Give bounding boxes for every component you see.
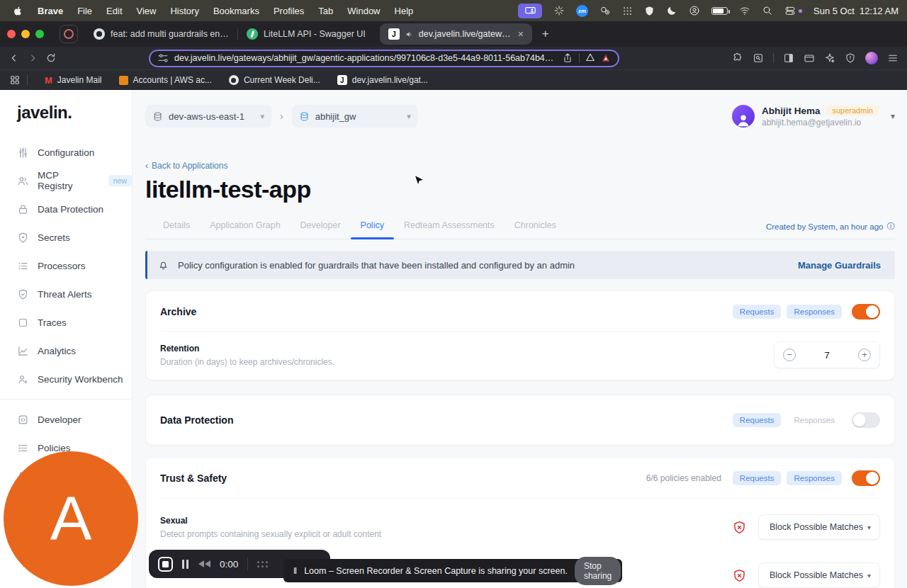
bookmark-javelin-dev[interactable]: Jdev.javelin.live/gat...	[337, 75, 428, 85]
sidebar-item-threat-alerts[interactable]: Threat Alerts	[0, 280, 132, 308]
share-icon[interactable]	[562, 52, 573, 64]
menu-bookmarks[interactable]: Bookmarks	[206, 6, 266, 16]
wifi-icon[interactable]	[739, 5, 750, 16]
back-to-applications-link[interactable]: ‹ Back to Applications	[145, 161, 895, 171]
pause-recording-button[interactable]	[182, 560, 188, 569]
stop-recording-button[interactable]	[158, 557, 173, 572]
bookmark-javelin-mail[interactable]: MJavelin Mail	[45, 75, 102, 86]
menu-view[interactable]: View	[130, 6, 164, 16]
bat-rewards-icon[interactable]	[585, 53, 595, 63]
sidebar-item-data-protection[interactable]: Data Protection	[0, 195, 132, 223]
battery-icon[interactable]	[711, 7, 728, 15]
menu-file[interactable]: File	[70, 6, 99, 16]
back-button[interactable]	[9, 52, 20, 64]
sidebar-item-configuration[interactable]: Configuration	[0, 138, 132, 166]
data-protection-toggle[interactable]	[852, 412, 880, 428]
bookmark-current-week[interactable]: Current Week Deli...	[229, 75, 320, 85]
browser-tab-3-active[interactable]: J dev.javelin.live/gateways/ab ×	[380, 23, 532, 45]
responses-badge[interactable]: Responses	[787, 413, 842, 427]
menu-help[interactable]: Help	[388, 6, 421, 16]
leo-ai-icon[interactable]	[824, 52, 835, 64]
privacy-shield-icon[interactable]	[845, 52, 856, 64]
responses-badge[interactable]: Responses	[787, 305, 842, 319]
manage-guardrails-button[interactable]: Manage Guardrails	[798, 260, 881, 271]
url-text[interactable]: dev.javelin.live/gateways/abhijit_gw/age…	[174, 53, 556, 63]
tab-policy[interactable]: Policy	[351, 220, 394, 239]
menu-window[interactable]: Window	[340, 6, 387, 16]
tab-redteam-assessments[interactable]: Redteam Assessments	[394, 220, 505, 239]
tab-developer[interactable]: Developer	[291, 220, 351, 239]
wallet-icon[interactable]	[804, 52, 815, 64]
divider	[579, 53, 580, 63]
launchpad-grid-icon[interactable]	[622, 6, 633, 16]
requests-badge[interactable]: Requests	[733, 413, 782, 427]
menu-brave[interactable]: Brave	[30, 6, 70, 16]
forward-button[interactable]	[27, 52, 38, 64]
decrement-button[interactable]: −	[783, 349, 796, 361]
browser-menu-icon[interactable]	[887, 52, 898, 64]
menu-profiles[interactable]: Profiles	[266, 6, 311, 16]
policy-action-dropdown[interactable]: Block Possible Matches ▾	[758, 562, 880, 588]
apps-grid-icon[interactable]	[10, 75, 20, 85]
menu-history[interactable]: History	[163, 6, 205, 16]
sidebar-item-security-workbench[interactable]: Security Workbench	[0, 365, 132, 393]
sidebar-item-analytics[interactable]: Analytics	[0, 337, 132, 365]
menu-tab[interactable]: Tab	[311, 6, 340, 16]
responses-badge[interactable]: Responses	[787, 471, 842, 485]
user-account-icon[interactable]	[689, 5, 700, 16]
site-settings-icon[interactable]	[157, 52, 169, 64]
app-status-icon[interactable]	[599, 5, 611, 16]
url-bar[interactable]: dev.javelin.live/gateways/abhijit_gw/age…	[149, 50, 619, 67]
menubar-clock[interactable]: Sun 5 Oct 12:12 AM	[813, 6, 898, 16]
browser-tab-2[interactable]: LiteLLM API - Swagger UI	[238, 23, 374, 45]
window-zoom-button[interactable]	[35, 30, 44, 38]
tab-chronicles[interactable]: Chronicles	[505, 220, 566, 239]
browser-tab-1[interactable]: feat: add multi guardrails endpoint	[85, 23, 237, 45]
loom-camera-bubble[interactable]: A	[4, 451, 138, 586]
trust-safety-toggle[interactable]	[852, 470, 880, 486]
tab-close-icon[interactable]: ×	[518, 28, 524, 40]
sidebar-item-processors[interactable]: Processors	[0, 251, 132, 280]
gateway-selector[interactable]: abhijit_gw ▾	[292, 105, 418, 128]
restart-recording-icon[interactable]	[198, 560, 210, 567]
screen-sharing-status-icon[interactable]	[518, 4, 542, 18]
banner-message: Policy configuration is enabled for guar…	[178, 260, 575, 271]
archive-toggle[interactable]	[852, 304, 880, 320]
policy-action-dropdown[interactable]: Block Possible Matches ▾	[758, 514, 880, 540]
hide-button[interactable]: Hide	[628, 566, 646, 576]
browser-profile-avatar[interactable]	[865, 52, 878, 64]
sidebar-toggle-icon[interactable]	[783, 52, 794, 64]
menu-edit[interactable]: Edit	[99, 6, 129, 16]
increment-button[interactable]: +	[858, 349, 871, 361]
sidebar-item-developer[interactable]: Developer	[0, 405, 132, 434]
focus-moon-icon[interactable]	[666, 5, 677, 16]
requests-badge[interactable]: Requests	[733, 305, 782, 319]
retention-value[interactable]: 7	[824, 350, 829, 361]
tab-audio-icon[interactable]	[405, 30, 413, 39]
stop-sharing-button[interactable]: Stop sharing	[575, 557, 621, 585]
record-indicator-icon[interactable]	[60, 25, 78, 43]
environment-selector[interactable]: dev-aws-us-east-1 ▾	[145, 105, 271, 128]
reload-button[interactable]	[45, 52, 57, 64]
requests-badge[interactable]: Requests	[733, 471, 782, 485]
user-menu[interactable]: Abhijit Hema superadmin abhijit.hema@get…	[732, 105, 895, 128]
window-close-button[interactable]	[7, 30, 16, 38]
brave-shield-status-icon[interactable]	[644, 6, 655, 16]
control-center-icon[interactable]	[784, 5, 802, 16]
sidebar-item-secrets[interactable]: Secrets	[0, 223, 132, 251]
brave-rewards-triangle-icon[interactable]	[601, 53, 611, 63]
window-minimize-button[interactable]	[21, 30, 30, 38]
tab-details[interactable]: Details	[153, 220, 200, 239]
sparkle-burst-icon[interactable]	[553, 5, 565, 16]
reading-mode-icon[interactable]	[753, 52, 764, 64]
apple-menu-icon[interactable]	[13, 6, 23, 16]
drag-handle[interactable]	[257, 561, 268, 567]
zoom-app-icon[interactable]: zm	[576, 5, 588, 17]
sidebar-item-traces[interactable]: Traces	[0, 308, 132, 337]
sidebar-item-mcp-registry[interactable]: MCP Registry new	[0, 166, 132, 195]
spotlight-search-icon[interactable]	[762, 5, 773, 16]
new-tab-button[interactable]: +	[542, 27, 549, 41]
bookmark-aws-accounts[interactable]: Accounts | AWS ac...	[119, 75, 212, 85]
extensions-icon[interactable]	[732, 52, 743, 64]
tab-application-graph[interactable]: Application Graph	[200, 220, 290, 239]
